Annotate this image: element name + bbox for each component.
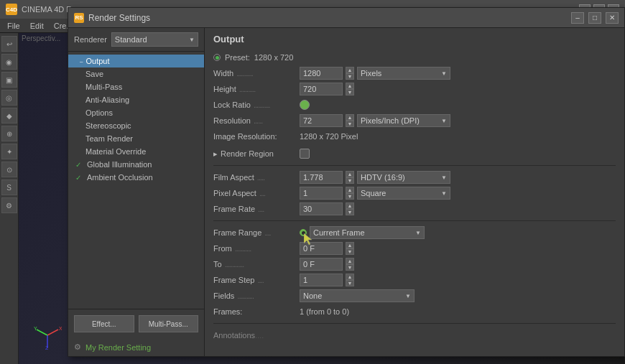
- divider-1: [213, 165, 616, 166]
- menu-file[interactable]: File: [3, 21, 24, 31]
- dialog-minimize[interactable]: –: [571, 12, 584, 24]
- resolution-input[interactable]: 72: [300, 114, 343, 127]
- preset-radio[interactable]: [213, 54, 221, 61]
- frames-value: 1 (from 0 to 0): [300, 307, 349, 316]
- frame-range-dropdown[interactable]: Current Frame ▼: [310, 226, 425, 239]
- multipass-button[interactable]: Multi-Pass...: [139, 315, 199, 332]
- frame-range-radio[interactable]: [300, 229, 307, 236]
- sidebar-item-save[interactable]: Save: [68, 67, 204, 80]
- width-up[interactable]: ▲: [346, 67, 354, 73]
- menu-edit[interactable]: Edit: [26, 21, 48, 31]
- render-region-checkbox[interactable]: [300, 149, 310, 159]
- sidebar-btn-move[interactable]: ✦: [1, 144, 17, 159]
- sidebar-item-stereoscopic[interactable]: Stereoscopic: [68, 119, 204, 132]
- dialog-maximize[interactable]: □: [588, 12, 601, 24]
- sidebar-item-teamrender[interactable]: Team Render: [68, 132, 204, 145]
- sidebar-item-options[interactable]: Options: [68, 106, 204, 119]
- frame-range-dots: ....: [264, 228, 270, 237]
- pixel-aspect-input[interactable]: 1: [300, 187, 343, 200]
- dialog-close[interactable]: ✕: [606, 12, 619, 24]
- width-down[interactable]: ▼: [346, 73, 354, 80]
- sidebar-btn-obj[interactable]: ◎: [1, 90, 17, 106]
- svg-text:Z: Z: [45, 345, 49, 350]
- height-label: Height ...........: [213, 85, 300, 93]
- sidebar-btn-7[interactable]: ⊙: [1, 162, 17, 177]
- width-unit-dropdown[interactable]: Pixels ▼: [357, 67, 450, 80]
- lock-ratio-value: [300, 100, 310, 110]
- sidebar-bottom-area: Effect... Multi-Pass...: [68, 309, 204, 338]
- sidebar-item-materialoverride[interactable]: Material Override: [68, 145, 204, 158]
- film-aspect-down[interactable]: ▼: [346, 177, 354, 184]
- sidebar-btn-cube[interactable]: ▣: [1, 72, 17, 88]
- lock-ratio-row: Lock Ratio ...........: [213, 98, 616, 112]
- resolution-up[interactable]: ▲: [346, 114, 354, 121]
- height-down[interactable]: ▼: [346, 89, 354, 95]
- frame-step-spinners: ▲ ▼: [346, 274, 354, 286]
- pixel-aspect-up[interactable]: ▲: [346, 187, 354, 193]
- pixel-aspect-unit-dropdown[interactable]: Square ▼: [357, 187, 450, 200]
- output-section-header: Output: [213, 34, 616, 47]
- height-spinners: ▲ ▼: [346, 83, 354, 95]
- pixel-aspect-down[interactable]: ▼: [346, 193, 354, 200]
- frames-label: Frames:: [213, 307, 300, 316]
- sidebar-btn-1[interactable]: ↩: [1, 36, 17, 52]
- app-icon: C4D: [6, 4, 17, 15]
- from-up[interactable]: ▲: [346, 242, 354, 248]
- film-aspect-input[interactable]: 1.778: [300, 171, 343, 184]
- divider-2: [213, 220, 616, 221]
- frame-range-radio-inner: [302, 231, 305, 235]
- dialog-icon: RS: [74, 13, 84, 23]
- from-down[interactable]: ▼: [346, 248, 354, 255]
- effect-button[interactable]: Effect...: [74, 315, 134, 332]
- sidebar-btn-5[interactable]: ⊕: [1, 126, 17, 141]
- divider-3: [213, 323, 616, 324]
- resolution-unit-dropdown[interactable]: Pixels/Inch (DPI) ▼: [357, 114, 450, 127]
- height-row: Height ........... 720 ▲ ▼: [213, 82, 616, 96]
- sidebar-item-gi[interactable]: ✓ Global Illumination: [68, 158, 204, 171]
- film-aspect-up[interactable]: ▲: [346, 171, 354, 177]
- sidebar-item-multipass[interactable]: Multi-Pass: [68, 80, 204, 93]
- film-aspect-unit-dropdown[interactable]: HDTV (16:9) ▼: [357, 171, 450, 184]
- lock-ratio-checkbox[interactable]: [300, 100, 310, 110]
- to-input[interactable]: 0 F: [300, 258, 343, 271]
- pixel-aspect-spinners: ▲ ▼: [346, 187, 354, 200]
- sidebar-item-ao[interactable]: ✓ Ambient Occlusion: [68, 171, 204, 184]
- resolution-spinners: ▲ ▼: [346, 114, 354, 127]
- sidebar-btn-cam[interactable]: ⚙: [1, 197, 17, 213]
- render-region-row: ▸ Render Region: [213, 146, 616, 161]
- height-up[interactable]: ▲: [346, 83, 354, 89]
- pixel-aspect-value: 1 ▲ ▼ Square ▼: [300, 187, 450, 200]
- pixel-aspect-arrow: ▼: [441, 190, 447, 197]
- from-input[interactable]: 0 F: [300, 242, 343, 255]
- fields-label: Fields ...........: [213, 291, 300, 300]
- render-settings-dialog: RS Render Settings – □ ✕ Renderer Standa…: [68, 7, 625, 357]
- height-input[interactable]: 720: [300, 83, 343, 95]
- sidebar-btn-s[interactable]: S: [1, 179, 17, 195]
- output-bullet: –: [80, 58, 83, 65]
- renderer-dropdown[interactable]: Standard ▼: [111, 32, 198, 47]
- to-down[interactable]: ▼: [346, 264, 354, 271]
- preset-radio-inner: [216, 56, 219, 60]
- frame-step-up[interactable]: ▲: [346, 274, 354, 280]
- fields-value: None ▼: [300, 289, 415, 302]
- resolution-down[interactable]: ▼: [346, 121, 354, 127]
- sidebar-item-output[interactable]: – Output: [68, 55, 204, 67]
- preset-label: Preset:: [225, 53, 250, 62]
- frame-rate-down[interactable]: ▼: [346, 209, 354, 215]
- frame-step-down[interactable]: ▼: [346, 280, 354, 286]
- render-content-panel: Output Preset: 1280 x 720 Width ........…: [205, 28, 624, 356]
- frame-range-label: Frame Range ....: [213, 228, 300, 237]
- frame-step-input[interactable]: 1: [300, 274, 343, 286]
- sidebar-item-antialiasing[interactable]: Anti-Aliasing: [68, 93, 204, 106]
- frame-rate-input[interactable]: 30: [300, 202, 343, 215]
- frame-rate-up[interactable]: ▲: [346, 202, 354, 209]
- sidebar-btn-2[interactable]: ◉: [1, 54, 17, 70]
- to-up[interactable]: ▲: [346, 258, 354, 264]
- image-res-value: 1280 x 720 Pixel: [300, 132, 358, 141]
- width-input[interactable]: 1280: [300, 67, 343, 80]
- fields-dropdown[interactable]: None ▼: [300, 289, 415, 302]
- width-label: Width ...........: [213, 69, 300, 78]
- renderer-selector: Renderer Standard ▼: [68, 28, 204, 52]
- frame-range-arrow: ▼: [415, 230, 421, 236]
- sidebar-btn-mat[interactable]: ◆: [1, 108, 17, 123]
